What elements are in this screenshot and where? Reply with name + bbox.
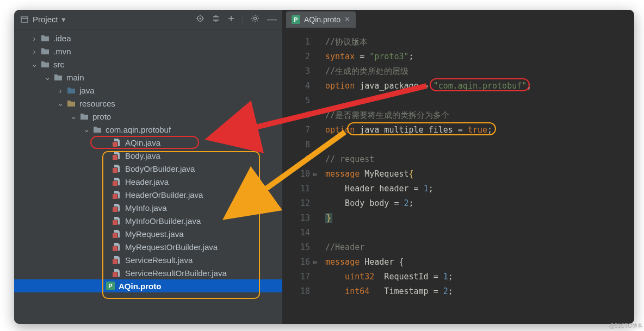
java-file-icon bbox=[112, 177, 122, 186]
tree-item-idea[interactable]: ›.idea bbox=[14, 32, 282, 45]
svg-point-14 bbox=[254, 17, 257, 20]
svg-point-3 bbox=[200, 18, 201, 20]
tree-item-mvn[interactable]: ›.mvn bbox=[14, 45, 282, 58]
project-sidebar: Project ▾ — ›.idea ›.mvn ⌄src ⌄main ›jav… bbox=[14, 10, 283, 324]
tree-item-java-file[interactable]: ›AQin.java bbox=[14, 136, 282, 149]
tree-item-java-file[interactable]: ›Body.java bbox=[14, 149, 282, 162]
tree-item-java-file[interactable]: ›MyInfo.java bbox=[14, 201, 282, 214]
tree-item-resources[interactable]: ⌄resources bbox=[14, 97, 282, 110]
sidebar-toolbar: Project ▾ — bbox=[14, 10, 282, 29]
target-icon[interactable] bbox=[196, 14, 205, 24]
java-file-icon bbox=[112, 138, 122, 147]
watermark: @51CTO博客 bbox=[609, 322, 643, 330]
tree-item-package[interactable]: ⌄com.aqin.protobuf bbox=[14, 123, 282, 136]
tree-item-proto[interactable]: ⌄proto bbox=[14, 110, 282, 123]
editor-pane: P AQin.proto ✕ 1 2 3 4 5 6 7 8 9 10 11 1… bbox=[283, 10, 634, 324]
code-editor[interactable]: 1 2 3 4 5 6 7 8 9 10 11 12 13 14 15 16 1… bbox=[283, 29, 634, 324]
minimize-icon[interactable]: — bbox=[267, 14, 277, 25]
java-file-icon bbox=[112, 151, 122, 160]
tab-label: AQin.proto bbox=[304, 15, 340, 24]
project-tree[interactable]: ›.idea ›.mvn ⌄src ⌄main ›java ⌄resources… bbox=[14, 29, 282, 324]
tree-item-java-file[interactable]: ›ServiceResultOrBuilder.java bbox=[14, 266, 282, 279]
tree-item-main[interactable]: ⌄main bbox=[14, 71, 282, 84]
close-icon[interactable]: ✕ bbox=[344, 15, 350, 23]
fold-icon[interactable]: ⊟ bbox=[313, 167, 317, 182]
tree-item-proto-file[interactable]: ›PAQin.proto bbox=[14, 279, 282, 292]
fold-icon[interactable]: ⊟ bbox=[313, 255, 317, 270]
java-file-icon bbox=[112, 190, 122, 199]
gutter: 1 2 3 4 5 6 7 8 9 10 11 12 13 14 15 16 1… bbox=[283, 29, 318, 324]
tree-item-java-file[interactable]: ›BodyOrBuilder.java bbox=[14, 162, 282, 175]
java-file-icon bbox=[112, 268, 122, 278]
java-file-icon bbox=[112, 242, 122, 252]
svg-rect-0 bbox=[21, 17, 28, 22]
tab-aqin-proto[interactable]: P AQin.proto ✕ bbox=[286, 11, 356, 28]
java-file-icon bbox=[112, 216, 122, 226]
tree-item-java-file[interactable]: ›MyRequestOrBuilder.java bbox=[14, 240, 282, 253]
proto-file-icon: P bbox=[292, 15, 300, 24]
gear-icon[interactable] bbox=[251, 14, 259, 24]
java-file-icon bbox=[112, 164, 122, 173]
expand-icon[interactable] bbox=[212, 15, 220, 24]
editor-tabs: P AQin.proto ✕ bbox=[283, 10, 634, 29]
ide-window: Project ▾ — ›.idea ›.mvn ⌄src ⌄main ›jav… bbox=[14, 10, 634, 324]
tree-item-java-file[interactable]: ›MyInfoOrBuilder.java bbox=[14, 214, 282, 227]
tree-item-java-file[interactable]: ›HeaderOrBuilder.java bbox=[14, 188, 282, 201]
sidebar-title: Project bbox=[33, 15, 58, 24]
tree-item-java-file[interactable]: ›MyRequest.java bbox=[14, 227, 282, 240]
tree-item-java-file[interactable]: ›ServiceResult.java bbox=[14, 253, 282, 266]
tree-item-src[interactable]: ⌄src bbox=[14, 58, 282, 71]
dropdown-icon[interactable]: ▾ bbox=[61, 15, 66, 24]
proto-file-icon: P bbox=[106, 282, 115, 290]
collapse-icon[interactable] bbox=[227, 15, 235, 24]
tree-item-java-file[interactable]: ›Header.java bbox=[14, 175, 282, 188]
java-file-icon bbox=[112, 229, 122, 239]
java-file-icon bbox=[112, 203, 122, 213]
java-file-icon bbox=[112, 255, 122, 265]
code-body[interactable]: //协议版本 syntax = "proto3"; //生成的类所处的层级 op… bbox=[318, 29, 634, 324]
tree-item-java[interactable]: ›java bbox=[14, 84, 282, 97]
project-icon bbox=[20, 15, 29, 24]
